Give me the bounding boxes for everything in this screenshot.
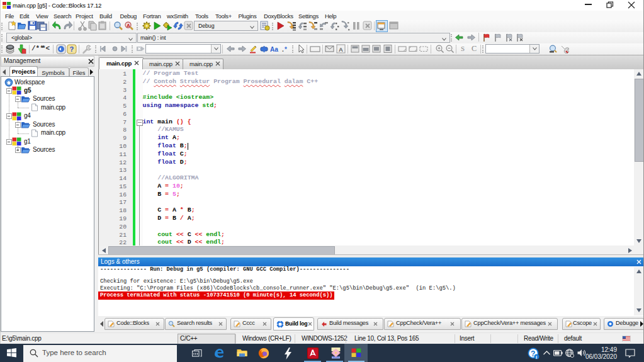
svg-text:A: A [339, 46, 343, 53]
svg-text:A: A [127, 23, 130, 28]
svg-text:Aa: Aa [270, 46, 278, 53]
svg-text:i: i [536, 354, 537, 360]
svg-text:.: . [282, 46, 284, 53]
svg-text:?: ? [70, 45, 74, 53]
svg-text:*: * [285, 46, 287, 53]
